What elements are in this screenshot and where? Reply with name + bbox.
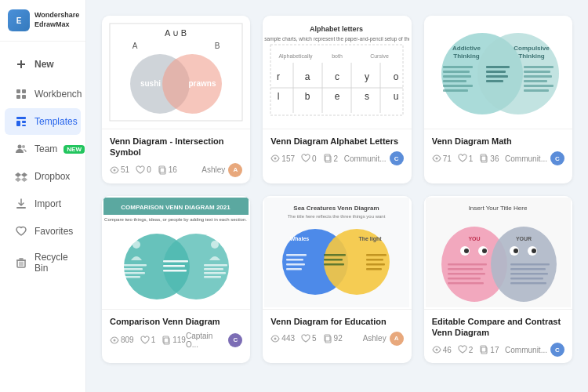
svg-text:Compulsive: Compulsive (514, 45, 550, 52)
card-venn2[interactable]: Alphabet letters You will find the sampl… (263, 16, 411, 183)
heart-icon (14, 224, 28, 238)
svg-rect-142 (510, 278, 543, 280)
svg-rect-88 (123, 276, 140, 278)
stat-likes4: 1 (140, 336, 156, 345)
svg-rect-4 (16, 95, 20, 99)
stat-views2: 157 (270, 154, 295, 163)
svg-rect-143 (510, 282, 546, 285)
card-stats-venn2: 157 0 2 (270, 154, 338, 163)
avatar-venn6: C (550, 343, 564, 357)
stat-copies4: 119 (162, 336, 186, 345)
svg-point-144 (435, 349, 437, 351)
card-venn4[interactable]: COMPARISON VENN DIAGRAM 2021 Compare two… (102, 196, 250, 364)
avatar-venn3: C (550, 151, 564, 165)
new-button[interactable]: New (5, 51, 81, 78)
card-meta-venn4: 809 1 119 Captain O... C (110, 332, 242, 349)
stat-views4: 809 (110, 336, 134, 345)
svg-rect-137 (448, 278, 481, 280)
stat-views3: 71 (432, 154, 452, 163)
svg-text:B: B (215, 42, 220, 50)
svg-rect-110 (366, 254, 387, 256)
stat-copies5: 92 (323, 334, 343, 343)
card-title-venn2: Venn Diagram Alphabet Letters (270, 136, 403, 147)
import-icon (14, 197, 28, 211)
svg-text:COMPARISON VENN DIAGRAM 2021: COMPARISON VENN DIAGRAM 2021 (121, 204, 230, 211)
stat-likes6: 2 (458, 345, 474, 354)
card-title-venn1: Venn Diagram - Intersection Symbol (110, 136, 242, 158)
sidebar-item-dropbox[interactable]: Dropbox (5, 163, 81, 190)
svg-rect-109 (286, 268, 302, 270)
svg-rect-67 (524, 80, 547, 82)
dropbox-icon (14, 169, 28, 183)
svg-rect-111 (366, 259, 383, 261)
svg-text:The title here reflects the th: The title here reflects the three things… (288, 214, 386, 219)
svg-rect-12 (16, 207, 26, 209)
card-stats-venn4: 809 1 119 (110, 336, 186, 345)
svg-text:YOU: YOU (468, 236, 480, 241)
sidebar-item-workbench[interactable]: Workbench (5, 81, 81, 107)
svg-rect-91 (204, 272, 226, 274)
card-meta-venn2: 157 0 2 Communit... C (270, 151, 403, 165)
svg-point-131 (532, 249, 536, 253)
svg-rect-106 (286, 254, 307, 256)
sidebar-item-templates[interactable]: Templates (5, 108, 81, 135)
svg-rect-8 (22, 121, 26, 123)
svg-rect-7 (16, 121, 20, 126)
card-stats-venn6: 46 2 17 (432, 345, 499, 354)
svg-text:b: b (305, 91, 310, 102)
svg-rect-73 (486, 80, 503, 82)
svg-rect-95 (163, 270, 187, 272)
plus-icon (14, 57, 28, 71)
svg-point-84 (211, 241, 219, 249)
card-venn1[interactable]: A ∪ B A B sushi prawns Venn Diagram - In… (102, 16, 250, 183)
card-thumb-venn6: Insert Your Title Here YO (424, 196, 572, 310)
card-venn5[interactable]: Sea Creatures Venn Diagram The title her… (263, 196, 411, 364)
card-thumb-venn2: Alphabet letters You will find the sampl… (263, 16, 411, 129)
svg-rect-5 (22, 95, 26, 99)
sidebar-item-favorites[interactable]: Favorites (5, 218, 81, 245)
svg-point-48 (274, 158, 277, 160)
svg-text:r: r (277, 71, 280, 82)
cards-grid: A ∪ B A B sushi prawns Venn Diagram - In… (102, 16, 572, 363)
svg-point-125 (464, 249, 469, 253)
sidebar-item-import[interactable]: Import (5, 191, 81, 217)
card-venn3[interactable]: Addictive Thinking Compulsive Thinking (424, 16, 572, 183)
svg-point-83 (132, 241, 140, 249)
svg-rect-136 (448, 273, 485, 275)
sidebar-item-recycle[interactable]: Recycle Bin (5, 245, 81, 280)
svg-rect-62 (443, 85, 473, 87)
avatar-venn4: C (228, 333, 242, 347)
card-title-venn5: Venn Diagram for Education (270, 316, 403, 327)
grid-icon (14, 87, 28, 101)
svg-rect-6 (16, 117, 26, 119)
card-meta-venn3: 71 1 36 Communit... C (432, 151, 564, 165)
svg-rect-65 (524, 71, 550, 73)
svg-text:Sea Creatures Venn Diagram: Sea Creatures Venn Diagram (294, 205, 379, 212)
svg-point-11 (22, 145, 25, 148)
card-info-venn2: Venn Diagram Alphabet Letters 157 0 (263, 129, 411, 172)
card-stats-venn3: 71 1 36 (432, 154, 499, 163)
card-author-venn5: Ashley A (363, 332, 404, 346)
svg-point-127 (482, 249, 487, 253)
svg-rect-70 (486, 66, 510, 68)
stat-views6: 46 (432, 345, 452, 354)
svg-rect-87 (123, 272, 145, 274)
card-info-venn3: Venn Diagram Math 71 1 36 (424, 129, 572, 172)
avatar-venn5: A (390, 332, 404, 346)
team-label: Team (34, 143, 57, 154)
card-meta-venn6: 46 2 17 Communit... C (432, 343, 564, 357)
svg-rect-9 (22, 125, 26, 126)
stat-copies: 16 (158, 165, 177, 175)
team-new-badge: NEW (64, 145, 85, 154)
app-logo: E Wondershare EdrawMax (0, 0, 85, 42)
card-thumb-venn5: Sea Creatures Venn Diagram The title her… (263, 196, 411, 310)
card-venn6[interactable]: Insert Your Title Here YO (424, 196, 572, 364)
svg-point-117 (274, 337, 277, 339)
stat-copies6: 17 (479, 345, 499, 354)
sidebar-item-team[interactable]: Team NEW (5, 136, 81, 162)
avatar-venn1: A (228, 163, 242, 177)
svg-rect-72 (486, 75, 508, 78)
templates-label: Templates (34, 116, 78, 127)
sidebar: E Wondershare EdrawMax New Workbench Tem… (0, 0, 86, 392)
stat-likes2: 0 (301, 154, 317, 163)
